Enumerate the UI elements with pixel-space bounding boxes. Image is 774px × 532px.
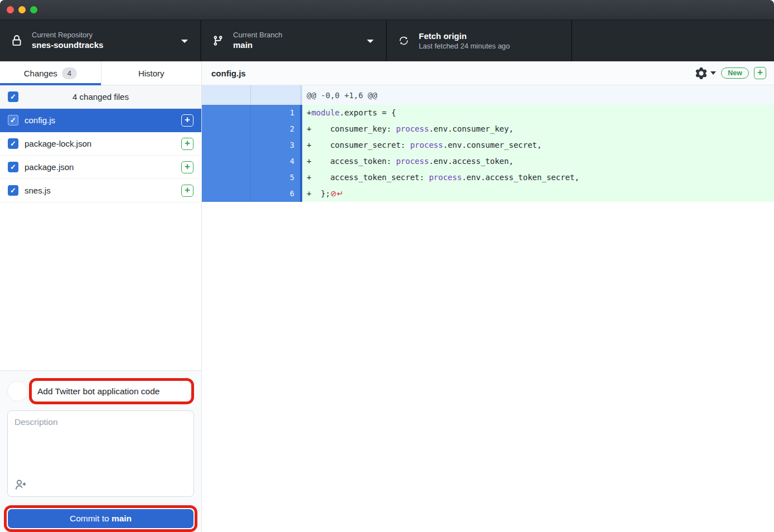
traffic-light-close-button[interactable] bbox=[7, 6, 14, 13]
diff-lines: 1+module.exports = {2+ consumer_key: pro… bbox=[202, 105, 774, 202]
file-plus-icon[interactable]: + bbox=[181, 114, 194, 127]
github-desktop-window: Current Repository snes-soundtracks Curr… bbox=[0, 0, 774, 532]
diff-line[interactable]: 2+ consumer_key: process.env.consumer_ke… bbox=[202, 121, 774, 137]
file-list-empty-space bbox=[0, 202, 201, 370]
file-checkbox[interactable]: ✓ bbox=[8, 185, 18, 196]
diff-file-name: config.js bbox=[211, 69, 695, 78]
line-number: 5 bbox=[251, 170, 300, 186]
commit-description-input[interactable]: Description bbox=[7, 410, 194, 497]
file-name: config.js bbox=[25, 115, 175, 125]
chevron-down-icon bbox=[181, 40, 188, 43]
sidebar-tabs: Changes 4 History bbox=[0, 61, 201, 85]
file-name: package.json bbox=[25, 162, 175, 172]
tab-history-label: History bbox=[138, 69, 165, 78]
tab-changes[interactable]: Changes 4 bbox=[0, 61, 101, 85]
diff-pane: config.js New + @@ -0,0 +1,6 @@ 1+module… bbox=[202, 61, 774, 532]
tab-changes-label: Changes bbox=[24, 69, 57, 78]
lock-icon bbox=[10, 34, 23, 47]
file-checkbox[interactable]: ✓ bbox=[8, 115, 18, 125]
diff-options-button[interactable] bbox=[695, 67, 716, 79]
file-name: snes.js bbox=[25, 186, 175, 195]
diff-body: @@ -0,0 +1,6 @@ 1+module.exports = {2+ c… bbox=[202, 85, 774, 309]
changed-file-list: ✓config.js+✓package-lock.json+✓package.j… bbox=[0, 109, 201, 202]
tab-history[interactable]: History bbox=[101, 61, 202, 85]
line-number: 2 bbox=[251, 121, 300, 137]
diff-line[interactable]: 3+ consumer_secret: process.env.consumer… bbox=[202, 137, 774, 153]
diff-line[interactable]: 1+module.exports = { bbox=[202, 105, 774, 121]
file-plus-icon[interactable]: + bbox=[181, 138, 194, 150]
file-row[interactable]: ✓package-lock.json+ bbox=[0, 132, 201, 156]
line-number: 6 bbox=[251, 186, 300, 202]
code-line: +module.exports = { bbox=[302, 105, 774, 121]
description-placeholder: Description bbox=[14, 417, 58, 427]
new-file-badge: New bbox=[721, 67, 749, 79]
branch-label: Current Branch bbox=[233, 31, 282, 40]
toolbar: Current Repository snes-soundtracks Curr… bbox=[0, 20, 774, 61]
hunk-header-text: @@ -0,0 +1,6 @@ bbox=[302, 85, 774, 105]
repository-label: Current Repository bbox=[32, 31, 103, 40]
file-plus-icon[interactable]: + bbox=[181, 161, 194, 173]
diff-header: config.js New + bbox=[202, 61, 774, 85]
code-line: + access_token_secret: process.env.acces… bbox=[302, 170, 774, 186]
sync-icon bbox=[397, 34, 410, 47]
diff-line[interactable]: 5+ access_token_secret: process.env.acce… bbox=[202, 170, 774, 186]
file-row[interactable]: ✓config.js+ bbox=[0, 109, 201, 132]
select-all-row[interactable]: ✓ 4 changed files bbox=[0, 85, 201, 109]
file-checkbox[interactable]: ✓ bbox=[8, 138, 18, 149]
file-checkbox[interactable]: ✓ bbox=[8, 162, 18, 172]
commit-summary-input[interactable]: Add Twitter bot application code bbox=[32, 386, 191, 396]
titlebar bbox=[0, 0, 774, 20]
diff-line[interactable]: 4+ access_token: process.env.access_toke… bbox=[202, 153, 774, 170]
code-line: + };⊘↵ bbox=[302, 186, 774, 202]
diff-line[interactable]: 6+ };⊘↵ bbox=[202, 186, 774, 202]
annotation-commit-highlight: Commit to main bbox=[4, 505, 197, 532]
annotation-summary-highlight: Add Twitter bot application code bbox=[29, 378, 194, 404]
fetch-title: Fetch origin bbox=[419, 31, 510, 42]
changes-sidebar: Changes 4 History ✓ 4 changed files ✓con… bbox=[0, 61, 202, 532]
diff-empty-space bbox=[202, 309, 774, 532]
branch-name: main bbox=[233, 40, 282, 51]
commit-button[interactable]: Commit to main bbox=[8, 509, 194, 528]
changes-count-badge: 4 bbox=[62, 67, 77, 79]
line-number: 4 bbox=[251, 153, 300, 170]
repository-name: snes-soundtracks bbox=[32, 40, 103, 51]
hunk-header-row: @@ -0,0 +1,6 @@ bbox=[202, 85, 774, 105]
traffic-light-minimize-button[interactable] bbox=[18, 6, 26, 13]
line-number: 3 bbox=[251, 137, 300, 153]
code-line: + consumer_secret: process.env.consumer_… bbox=[302, 137, 774, 153]
file-row[interactable]: ✓snes.js+ bbox=[0, 179, 201, 202]
file-row[interactable]: ✓package.json+ bbox=[0, 156, 201, 179]
gear-icon bbox=[695, 67, 707, 79]
git-branch-icon bbox=[211, 34, 225, 47]
avatar bbox=[7, 381, 28, 402]
commit-area: Add Twitter bot application code Descrip… bbox=[0, 370, 201, 532]
traffic-light-maximize-button[interactable] bbox=[30, 6, 37, 13]
branch-picker[interactable]: Current Branch main bbox=[201, 20, 387, 61]
add-coauthor-icon[interactable] bbox=[14, 478, 27, 491]
fetch-origin-button[interactable]: Fetch origin Last fetched 24 minutes ago bbox=[387, 20, 572, 61]
code-line: + consumer_key: process.env.consumer_key… bbox=[302, 121, 774, 137]
repository-picker[interactable]: Current Repository snes-soundtracks bbox=[0, 20, 201, 61]
file-plus-icon[interactable]: + bbox=[181, 185, 194, 197]
chevron-down-icon bbox=[367, 40, 374, 43]
fetch-subtitle: Last fetched 24 minutes ago bbox=[419, 42, 510, 51]
line-number: 1 bbox=[251, 105, 300, 121]
expand-diff-icon[interactable]: + bbox=[754, 67, 766, 79]
select-all-checkbox[interactable]: ✓ bbox=[8, 91, 18, 102]
chevron-down-icon bbox=[710, 71, 716, 75]
file-name: package-lock.json bbox=[25, 139, 175, 148]
changed-files-label: 4 changed files bbox=[0, 92, 201, 101]
code-line: + access_token: process.env.access_token… bbox=[302, 153, 774, 170]
